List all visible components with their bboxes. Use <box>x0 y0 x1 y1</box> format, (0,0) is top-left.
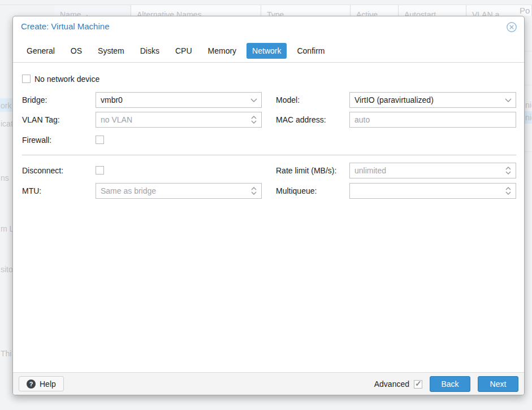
vlan-tag-label: VLAN Tag: <box>22 112 60 128</box>
vlan-tag-spinner <box>96 112 262 128</box>
proxmox-screen: Name▲ Alternative Names Type Active Auto… <box>0 0 532 410</box>
rate-limit-spin-buttons[interactable] <box>501 163 516 178</box>
model-combo <box>349 92 516 108</box>
advanced-section-divider <box>22 155 516 155</box>
tab-network[interactable]: Network <box>246 43 287 59</box>
rate-limit-label: Rate limit (MB/s): <box>276 163 336 178</box>
multiqueue-input[interactable] <box>350 184 501 198</box>
mtu-input[interactable] <box>96 184 246 198</box>
tabbar-divider <box>13 62 524 63</box>
bg-clipped-header-text: Po <box>520 6 530 15</box>
chevron-down-icon <box>251 120 257 124</box>
model-label: Model: <box>276 92 300 108</box>
bg-row-line <box>525 85 532 85</box>
background-table-header: Name▲ Alternative Names Type Active Auto… <box>0 5 532 16</box>
model-input[interactable] <box>350 93 501 107</box>
bg-row-line <box>525 51 532 51</box>
bg-sidebar-item-fragment: Thi <box>1 349 11 358</box>
bridge-input[interactable] <box>96 93 246 107</box>
rate-limit-input[interactable] <box>350 163 501 178</box>
bridge-combo <box>96 92 262 108</box>
bg-row-line <box>525 151 532 152</box>
bg-sidebar-item-fragment: m L <box>1 224 14 233</box>
advanced-checkbox[interactable] <box>414 380 422 389</box>
create-vm-dialog: Create: Virtual Machine General OS Syste… <box>12 16 525 395</box>
bg-column-name: Name▲ <box>54 5 131 16</box>
multiqueue-spinner <box>349 183 516 199</box>
mtu-spinner <box>96 183 262 199</box>
chevron-up-icon <box>251 116 257 119</box>
bg-sidebar-item-fragment: ns <box>1 173 9 182</box>
bridge-dropdown-trigger[interactable] <box>246 93 261 107</box>
rate-limit-spinner <box>349 163 516 178</box>
mac-address-input[interactable] <box>350 112 516 127</box>
dialog-footer: ? Help Advanced Back Next <box>13 372 524 395</box>
bg-sidebar-item-fragment: ork <box>1 101 11 110</box>
tab-disks[interactable]: Disks <box>135 43 165 59</box>
bg-sidebar-item-fragment: sito <box>1 265 13 274</box>
bg-column-active: Active <box>351 5 399 16</box>
disconnect-label: Disconnect: <box>22 163 63 178</box>
dialog-title: Create: Virtual Machine <box>21 21 109 31</box>
chevron-down-icon <box>505 171 511 175</box>
bg-column-type: Type <box>261 5 351 16</box>
close-button[interactable] <box>506 21 517 33</box>
advanced-label: Advanced <box>374 380 409 389</box>
mtu-spin-buttons[interactable] <box>246 184 261 198</box>
footer-actions: Advanced Back Next <box>374 376 518 392</box>
next-button[interactable]: Next <box>478 376 518 392</box>
back-button[interactable]: Back <box>430 376 470 392</box>
tab-confirm[interactable]: Confirm <box>291 43 330 59</box>
mtu-label: MTU: <box>22 183 41 199</box>
disconnect-checkbox[interactable] <box>96 166 104 175</box>
tab-cpu[interactable]: CPU <box>170 43 198 59</box>
bg-row-fragment: nic <box>525 113 532 122</box>
close-icon <box>506 21 517 33</box>
chevron-down-icon <box>505 98 512 102</box>
chevron-down-icon <box>250 98 257 102</box>
chevron-down-icon <box>505 191 511 195</box>
tab-os[interactable]: OS <box>65 43 88 59</box>
no-network-device-label: No network device <box>34 71 100 87</box>
multiqueue-spin-buttons[interactable] <box>501 184 516 198</box>
bg-sidebar-item-fragment: icat <box>1 119 13 128</box>
bg-column-alternative-names: Alternative Names <box>131 5 261 16</box>
tab-general[interactable]: General <box>21 43 60 59</box>
mac-address-label: MAC address: <box>276 112 326 128</box>
chevron-up-icon <box>251 187 257 190</box>
chevron-up-icon <box>505 187 511 190</box>
tab-system[interactable]: System <box>92 43 130 59</box>
firewall-label: Firewall: <box>22 132 51 148</box>
tab-memory[interactable]: Memory <box>202 43 243 59</box>
bridge-label: Bridge: <box>22 92 47 108</box>
vlan-tag-spin-buttons[interactable] <box>246 112 261 127</box>
mac-address-field <box>349 112 516 128</box>
chevron-down-icon <box>251 191 257 195</box>
help-button-label: Help <box>40 380 56 389</box>
vlan-tag-input[interactable] <box>96 112 246 127</box>
chevron-up-icon <box>505 167 511 170</box>
wizard-tabbar: General OS System Disks CPU Memory Netwo… <box>21 43 330 59</box>
no-network-device-checkbox[interactable] <box>22 75 31 83</box>
firewall-checkbox[interactable] <box>96 136 104 144</box>
bg-column-autostart: Autostart <box>399 5 466 16</box>
multiqueue-label: Multiqueue: <box>276 183 317 199</box>
model-dropdown-trigger[interactable] <box>501 93 516 107</box>
help-icon: ? <box>27 380 36 389</box>
help-button[interactable]: ? Help <box>19 376 64 391</box>
bg-row-fragment: nic <box>525 101 532 110</box>
